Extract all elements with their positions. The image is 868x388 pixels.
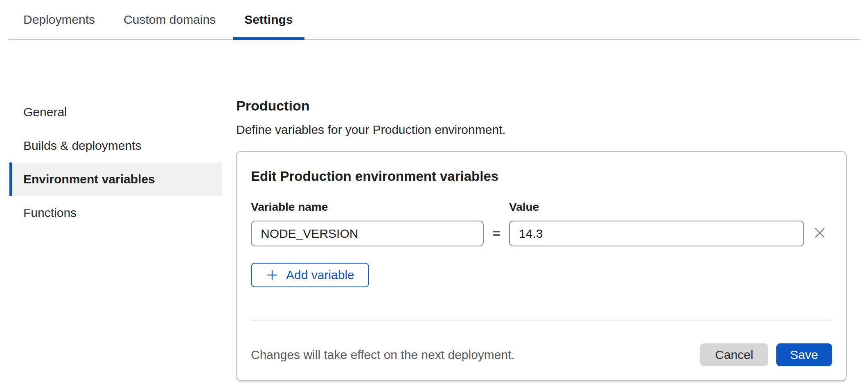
variable-name-input[interactable] xyxy=(251,221,484,246)
card-heading: Edit Production environment variables xyxy=(251,168,832,185)
tab-settings[interactable]: Settings xyxy=(233,0,304,39)
save-button[interactable]: Save xyxy=(776,343,832,366)
add-variable-label: Add variable xyxy=(286,268,354,282)
cancel-button[interactable]: Cancel xyxy=(700,343,768,366)
footer-note: Changes will take effect on the next dep… xyxy=(251,348,515,362)
page-subtitle: Define variables for your Production env… xyxy=(236,122,847,138)
card-divider xyxy=(251,320,832,320)
sidebar-item-general[interactable]: General xyxy=(9,95,222,129)
value-label: Value xyxy=(509,200,804,214)
variable-row: Variable name = Value xyxy=(251,200,832,246)
add-variable-button[interactable]: Add variable xyxy=(251,263,369,287)
close-icon xyxy=(812,226,827,241)
project-tabs: Deployments Custom domains Settings xyxy=(9,0,860,40)
tab-custom-domains[interactable]: Custom domains xyxy=(112,0,227,39)
settings-sidebar: General Builds & deployments Environment… xyxy=(9,95,222,230)
tab-deployments[interactable]: Deployments xyxy=(12,0,106,39)
variable-name-column: Variable name xyxy=(251,200,484,246)
plus-icon xyxy=(266,268,279,282)
sidebar-item-environment-variables[interactable]: Environment variables xyxy=(9,162,222,196)
remove-variable-button[interactable] xyxy=(807,221,832,246)
variable-value-input[interactable] xyxy=(509,221,804,246)
variable-name-label: Variable name xyxy=(251,200,484,214)
sidebar-item-functions[interactable]: Functions xyxy=(9,196,222,230)
variable-value-column: Value xyxy=(509,200,804,246)
card-footer: Changes will take effect on the next dep… xyxy=(251,343,832,366)
sidebar-item-builds-deployments[interactable]: Builds & deployments xyxy=(9,129,222,162)
footer-buttons: Cancel Save xyxy=(700,343,832,366)
page-title: Production xyxy=(236,97,847,115)
equals-sign: = xyxy=(484,221,509,246)
settings-main: Production Define variables for your Pro… xyxy=(236,97,847,381)
environment-variables-card: Edit Production environment variables Va… xyxy=(236,151,847,381)
